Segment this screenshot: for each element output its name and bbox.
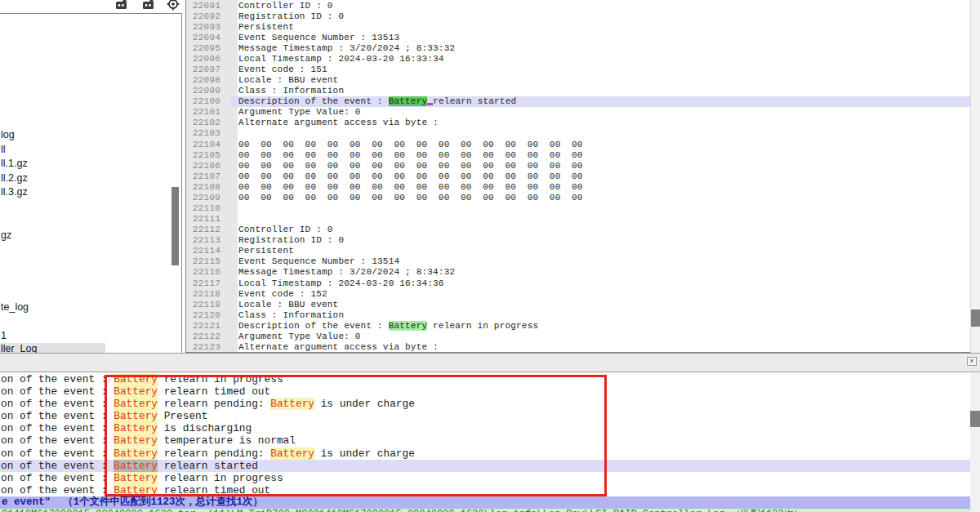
search-result-row[interactable]: on of the event : Battery relearn in pro…	[0, 472, 970, 484]
sidebar-item[interactable]: ll.3.gz	[0, 186, 28, 198]
search-file-line[interactable]: 01410M617000015-00040000-1620.tar (11)\M…	[0, 509, 970, 512]
editor-line: 2210500 00 00 00 00 00 00 00 00 00 00 00…	[186, 149, 970, 160]
line-text: Local Timestamp : 2024-03-20 16:34:36	[231, 278, 970, 288]
locate-target-icon[interactable]	[166, 0, 180, 11]
search-result-row[interactable]: on of the event : Battery relearn pendin…	[0, 398, 970, 410]
result-match: Battery	[114, 472, 158, 484]
editor-line: 22097Event code : 151	[186, 64, 970, 74]
line-text: Event Sequence Number : 13514	[231, 256, 970, 267]
line-text	[231, 128, 970, 139]
result-prefix: on of the event :	[1, 472, 114, 484]
editor-line: 22093Persistent	[186, 21, 970, 32]
sidebar-file-list[interactable]: logllll.1.gzll.2.gzll.3.gzgzte_log1ller_…	[0, 13, 182, 355]
result-prefix: on of the event :	[1, 434, 114, 447]
search-result-row[interactable]: on of the event : Battery is discharging	[0, 422, 970, 434]
editor-line: 22092Registration ID : 0	[186, 11, 970, 21]
line-number: 22105	[186, 150, 231, 160]
editor-line: 22121Description of the event : Battery …	[186, 320, 970, 331]
editor-line: 22115Event Sequence Number : 13514	[186, 256, 970, 267]
log-editor[interactable]: 22091Controller ID : 022092Registration …	[185, 0, 970, 353]
line-text: Registration ID : 0	[231, 235, 970, 246]
line-text: 00 00 00 00 00 00 00 00 00 00 00 00 00 0…	[231, 181, 970, 192]
line-text: Argument Type Value: 0	[231, 107, 970, 118]
close-results-button[interactable]: ×	[967, 357, 977, 366]
line-number: 22113	[186, 235, 231, 245]
search-result-row[interactable]: on of the event : Battery Present	[0, 410, 970, 422]
line-number: 22111	[186, 214, 231, 224]
sidebar-item[interactable]: ll	[0, 144, 6, 156]
panel-splitter[interactable]: ×	[0, 353, 980, 372]
editor-line: 2210400 00 00 00 00 00 00 00 00 00 00 00…	[186, 139, 970, 149]
file-switch-2-icon[interactable]	[141, 0, 156, 11]
editor-line: 22094Event Sequence Number : 13513	[186, 32, 970, 42]
line-text: Local Timestamp : 2024-03-20 16:33:34	[231, 53, 970, 64]
result-match: Battery	[114, 460, 158, 472]
editor-line: 22096Local Timestamp : 2024-03-20 16:33:…	[186, 53, 970, 64]
line-number: 22118	[186, 289, 231, 299]
sidebar-item[interactable]: ll.2.gz	[0, 172, 28, 185]
line-number: 22112	[186, 225, 231, 234]
line-text: Alternate argument access via byte :	[231, 118, 970, 128]
result-match: Battery	[114, 398, 158, 410]
line-number: 22116	[186, 267, 231, 277]
editor-line: 22118Event code : 152	[186, 288, 970, 299]
search-result-row[interactable]: on of the event : Battery relearn pendin…	[0, 447, 970, 460]
result-match: Battery	[114, 422, 158, 434]
editor-line: 22123Alternate argument access via byte …	[186, 342, 970, 353]
line-number: 22101	[186, 107, 231, 117]
sidebar-scrollbar-thumb[interactable]	[172, 187, 179, 265]
line-text: Event code : 151	[231, 64, 970, 74]
line-text	[231, 214, 970, 225]
editor-line: 22112Controller ID : 0	[186, 225, 970, 235]
sidebar-item[interactable]: te_log	[0, 301, 29, 314]
editor-line: 22098Locale : BBU event	[186, 75, 970, 86]
line-number: 22099	[186, 86, 231, 96]
line-number: 22095	[186, 43, 231, 53]
line-text: Persistent	[231, 21, 970, 32]
search-result-row[interactable]: on of the event : Battery relearn timed …	[0, 484, 970, 496]
result-match: Battery	[270, 398, 314, 410]
search-summary-line[interactable]: e event" （1个文件中匹配到1123次，总计查找1次）	[0, 496, 970, 509]
line-text: Class : Information	[231, 309, 970, 320]
search-result-row[interactable]: on of the event : Battery relearn starte…	[0, 460, 970, 472]
line-text: Description of the event : Batteryrelear…	[231, 96, 970, 107]
line-number: 22119	[186, 300, 231, 309]
search-result-row[interactable]: on of the event : Battery relearn in pro…	[0, 373, 970, 385]
line-number: 22104	[186, 140, 231, 149]
search-result-row[interactable]: on of the event : Battery temperature is…	[0, 434, 970, 447]
line-text: Persistent	[231, 246, 970, 256]
sidebar-item[interactable]: 1	[0, 330, 7, 342]
editor-line: 22099Class : Information	[186, 86, 970, 96]
line-number: 22098	[186, 75, 231, 85]
results-scrollbar-thumb[interactable]	[970, 411, 980, 427]
line-text: Message Timestamp : 3/20/2024 ; 8:33:32	[231, 42, 970, 53]
search-result-row[interactable]: on of the event : Battery relearn timed …	[0, 385, 970, 398]
editor-line: 2210800 00 00 00 00 00 00 00 00 00 00 00…	[186, 181, 970, 192]
editor-scrollbar-thumb[interactable]	[971, 309, 980, 327]
editor-lines: 22091Controller ID : 022092Registration …	[186, 0, 970, 353]
editor-line: 2210600 00 00 00 00 00 00 00 00 00 00 00…	[186, 160, 970, 171]
sidebar-item[interactable]: log	[0, 129, 15, 141]
result-match: Battery	[114, 484, 158, 496]
line-text: Locale : BBU event	[231, 75, 970, 86]
result-match: Battery	[114, 434, 158, 447]
line-number: 22094	[186, 33, 231, 42]
line-text: Message Timestamp : 3/20/2024 ; 8:34:32	[231, 267, 970, 278]
highlighted-match: Battery	[389, 321, 428, 331]
editor-line: 22102Alternate argument access via byte …	[186, 118, 970, 128]
file-switch-icon[interactable]	[114, 0, 129, 11]
sidebar-item[interactable]: gz	[0, 229, 11, 242]
line-text: Class : Information	[231, 86, 970, 96]
highlighted-match: Battery	[389, 96, 428, 106]
search-results-rows: on of the event : Battery relearn in pro…	[0, 373, 970, 496]
line-number: 22096	[186, 54, 231, 64]
line-number: 22092	[186, 11, 231, 21]
editor-line: 22114Persistent	[186, 246, 970, 256]
editor-line: 22101Argument Type Value: 0	[186, 107, 970, 118]
editor-scrollbar[interactable]	[970, 0, 980, 353]
editor-line: 22095Message Timestamp : 3/20/2024 ; 8:3…	[186, 42, 970, 53]
editor-line: 22091Controller ID : 0	[186, 0, 970, 11]
results-scrollbar[interactable]	[970, 373, 980, 512]
sidebar-item[interactable]: ll.1.gz	[0, 158, 28, 170]
editor-line: 2210700 00 00 00 00 00 00 00 00 00 00 00…	[186, 171, 970, 181]
